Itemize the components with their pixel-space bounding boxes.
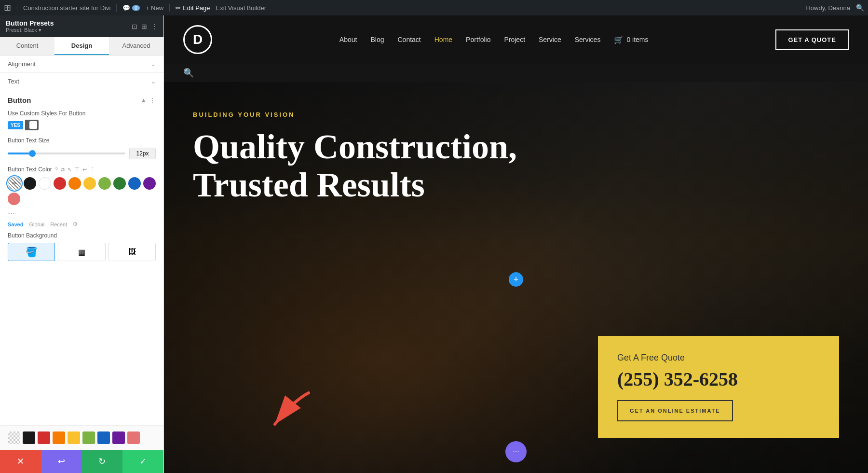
nav-service[interactable]: Service — [539, 36, 561, 43]
chevron-up-icon[interactable]: ▲ — [140, 97, 147, 104]
confirm-button[interactable]: ✓ — [122, 450, 163, 473]
button-section-label: Button — [8, 96, 31, 104]
hero-subtitle: BUILDING YOUR VISION — [193, 111, 521, 118]
color-swatch-purple[interactable] — [143, 177, 156, 190]
fullscreen-icon[interactable]: ⊡ — [132, 23, 137, 30]
search-icon[interactable]: 🔍 — [183, 68, 194, 78]
pencil-icon: ✏ — [176, 4, 181, 12]
color-swatch-green[interactable] — [113, 177, 126, 190]
undo-icon: ↩ — [58, 456, 65, 467]
site-header: D About Blog Contact Home Portfolio Proj… — [164, 15, 868, 64]
bg-color-option[interactable]: 🪣 — [8, 243, 55, 261]
custom-styles-toggle[interactable]: YES — [8, 120, 156, 130]
section-text[interactable]: Text ⌄ — [0, 73, 163, 90]
exit-visual-builder-link[interactable]: Exit Visual Builder — [216, 4, 267, 12]
bottom-swatch-blue[interactable] — [97, 431, 110, 444]
slider-value[interactable]: 12px — [129, 148, 156, 159]
color-swatch-blue[interactable] — [128, 177, 141, 190]
bottom-swatch-yellow[interactable] — [68, 431, 80, 444]
undo-icon[interactable]: ↩ — [82, 167, 87, 173]
website-preview: D About Blog Contact Home Portfolio Proj… — [164, 15, 868, 473]
undo-button[interactable]: ↩ — [41, 450, 82, 473]
bottom-swatch-pinkred[interactable] — [127, 431, 140, 444]
bottom-swatch-red[interactable] — [38, 431, 50, 444]
text-size-label: Button Text Size — [8, 137, 156, 144]
nav-about[interactable]: About — [339, 36, 357, 43]
recent-tab[interactable]: Recent — [50, 222, 67, 227]
panel-subtitle[interactable]: Preset: Black ▾ — [6, 27, 54, 33]
tab-advanced[interactable]: Advanced — [109, 37, 163, 55]
add-section-button[interactable]: + — [509, 272, 523, 287]
tab-content[interactable]: Content — [0, 37, 54, 55]
more-icon[interactable]: ⋮ — [151, 23, 158, 30]
global-tab[interactable]: Global — [29, 222, 44, 227]
hero-section: BUILDING YOUR VISION Quality Constructio… — [164, 82, 868, 473]
copy-icon[interactable]: ⧉ — [61, 167, 65, 173]
hero-title: Quality Construction, Trusted Results — [193, 128, 521, 204]
admin-bar-right: Howdy, Deanna 🔍 — [806, 4, 864, 12]
color-swatch-pencil[interactable]: ✏ — [8, 177, 21, 190]
nav-blog[interactable]: Blog — [370, 36, 384, 43]
color-swatch-yellow[interactable] — [83, 177, 96, 190]
wordpress-logo-icon[interactable]: ⊞ — [4, 2, 11, 13]
bg-image-option[interactable]: 🖼 — [108, 243, 156, 261]
floating-menu-button[interactable]: ··· — [505, 441, 527, 462]
online-estimate-button[interactable]: GET AN ONLINE ESTIMATE — [617, 400, 733, 421]
toggle-knob — [29, 121, 37, 129]
bg-gradient-option[interactable]: ▦ — [58, 243, 105, 261]
tab-design[interactable]: Design — [54, 37, 109, 55]
color-swatch-black[interactable] — [24, 177, 36, 190]
more-options-icon[interactable]: ⋮ — [149, 97, 156, 104]
color-swatch-red[interactable] — [54, 177, 66, 190]
nav-services[interactable]: Services — [575, 36, 601, 43]
slider-track[interactable] — [8, 153, 125, 154]
search-icon[interactable]: 🔍 — [856, 4, 864, 12]
bg-options: 🪣 ▦ 🖼 — [8, 243, 156, 261]
image-icon: 🖼 — [128, 248, 136, 256]
cancel-button[interactable]: ✕ — [0, 450, 41, 473]
panel-tabs: Content Design Advanced — [0, 37, 163, 56]
color-swatch-orange[interactable] — [68, 177, 81, 190]
grid-icon[interactable]: ⊞ — [141, 23, 147, 30]
color-swatch-white[interactable] — [39, 177, 51, 190]
quote-box-title: Get A Free Quote — [617, 353, 820, 363]
new-link[interactable]: + New — [146, 4, 163, 12]
redo-button[interactable]: ↻ — [82, 450, 123, 473]
nav-portfolio[interactable]: Portfolio — [466, 36, 490, 43]
bg-label: Button Background — [8, 232, 156, 239]
color-settings-icon[interactable]: ⚙ — [73, 221, 78, 227]
more-icon[interactable]: ⋮ — [90, 167, 95, 173]
custom-styles-toggle-row: Use Custom Styles For Button YES — [8, 110, 156, 130]
main-layout: Button Presets Preset: Black ▾ ⊡ ⊞ ⋮ Con… — [0, 15, 868, 473]
section-alignment[interactable]: Alignment ⌄ — [0, 56, 163, 73]
bottom-swatch-checker[interactable] — [8, 431, 20, 444]
more-colors-icon[interactable]: ··· — [8, 208, 15, 218]
nav-project[interactable]: Project — [504, 36, 525, 43]
saved-tab[interactable]: Saved — [8, 222, 23, 227]
bottom-swatch-orange[interactable] — [53, 431, 65, 444]
bottom-swatch-lime[interactable] — [82, 431, 95, 444]
cursor-icon[interactable]: ↖ — [68, 167, 72, 173]
more-colors-row: ··· — [8, 208, 156, 218]
help-icon[interactable]: ? — [55, 167, 58, 172]
pin-icon[interactable]: ⊤ — [75, 167, 80, 173]
edit-page-link[interactable]: ✏ Edit Page — [176, 4, 210, 12]
site-name-link[interactable]: Construction starter site for Divi — [23, 4, 110, 12]
text-label: Text — [8, 78, 19, 85]
toggle-yes-label: YES — [8, 121, 23, 129]
get-quote-button[interactable]: GET A QUOTE — [775, 29, 849, 50]
bottom-swatch-purple[interactable] — [112, 431, 125, 444]
nav-home[interactable]: Home — [434, 36, 452, 43]
button-section: Button ▲ ⋮ Use Custom Styles For Button … — [0, 90, 163, 274]
slider-thumb[interactable] — [29, 150, 36, 157]
color-swatch-pinkred[interactable] — [8, 193, 20, 205]
color-swatch-lime[interactable] — [98, 177, 111, 190]
plus-icon: + — [514, 275, 519, 285]
nav-cart[interactable]: 🛒 0 items — [614, 35, 648, 44]
cart-count: 0 items — [626, 36, 648, 43]
site-logo: D — [183, 25, 212, 54]
redo-icon: ↻ — [98, 456, 106, 467]
bottom-swatch-black[interactable] — [23, 431, 35, 444]
nav-contact[interactable]: Contact — [397, 36, 420, 43]
comments-link[interactable]: 💬 0 — [122, 4, 140, 12]
